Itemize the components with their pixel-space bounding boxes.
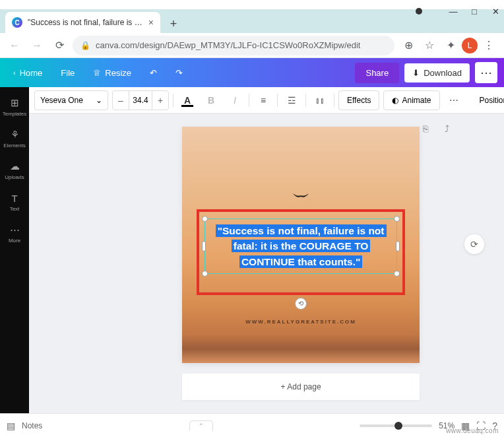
- sidebar-label: Elements: [3, 143, 25, 149]
- sidebar-item-more[interactable]: ⋯More: [0, 219, 29, 248]
- resize-handle[interactable]: [394, 271, 400, 277]
- italic-button[interactable]: I: [225, 90, 245, 110]
- font-size-increase[interactable]: +: [152, 95, 168, 106]
- profile-avatar[interactable]: L: [462, 38, 478, 53]
- bookmark-icon[interactable]: ☆: [420, 36, 439, 55]
- quote-line: CONTINUE that counts.": [239, 255, 362, 268]
- elements-icon: ⚘: [11, 129, 19, 141]
- url-text: canva.com/design/DAEwp_MTM3Y/LJLFo-IC1CS…: [96, 40, 360, 50]
- download-label: Download: [424, 68, 462, 78]
- sidebar-label: More: [9, 238, 20, 244]
- page-options-icon[interactable]: ⤴: [439, 121, 454, 136]
- recording-indicator: [416, 8, 422, 15]
- sidebar-label: Uploads: [5, 174, 24, 180]
- canva-top-bar: ‹Home File ♕Resize ↶ ↷ Share ⬇Download ⋯: [0, 58, 504, 87]
- resize-handle[interactable]: [394, 216, 400, 222]
- text-selection-box[interactable]: "Success is not final, failure is not fa…: [205, 218, 397, 274]
- bold-button[interactable]: B: [201, 90, 221, 110]
- effects-button[interactable]: Effects: [338, 90, 379, 110]
- font-size-stepper: – 34.4 +: [112, 90, 169, 110]
- notes-icon[interactable]: ▤: [7, 420, 15, 431]
- regenerate-button[interactable]: ⟳: [464, 234, 484, 254]
- canvas-area[interactable]: ⎘ ⤴ "Success is not fina: [29, 114, 504, 413]
- tab-title: "Success is not final, failure is not…: [28, 18, 143, 27]
- animate-label: Animate: [402, 96, 431, 105]
- bottom-bar: ▤ Notes ⌃ 51% ▦ ⛶ ?: [0, 413, 504, 437]
- text-toolbar: Yeseva One⌄ – 34.4 + A B I ≡ ☲ ⫾⫾ Effect…: [29, 87, 504, 114]
- font-size-value[interactable]: 34.4: [129, 91, 152, 110]
- resize-label: Resize: [105, 68, 131, 78]
- text-icon: T: [11, 193, 17, 204]
- browser-menu-icon[interactable]: ⋮: [479, 36, 499, 55]
- annotation-highlight: "Success is not final, failure is not fa…: [197, 209, 405, 295]
- uploads-icon: ☁: [10, 160, 20, 172]
- templates-icon: ⊞: [11, 97, 19, 109]
- sidebar-item-templates[interactable]: ⊞Templates: [0, 92, 29, 121]
- zoom-slider-thumb[interactable]: [394, 422, 402, 430]
- font-name: Yeseva One: [40, 96, 83, 105]
- home-button[interactable]: ‹Home: [7, 64, 49, 82]
- animate-button[interactable]: ◐Animate: [383, 90, 439, 110]
- spacing-button[interactable]: ⫾⫾: [310, 90, 330, 110]
- sidebar-label: Templates: [3, 111, 26, 117]
- browser-address-bar: ← → ⟳ 🔒 canva.com/design/DAEwp_MTM3Y/LJL…: [0, 33, 504, 58]
- quote-line: fatal: it is the COURAGE TO: [232, 240, 371, 252]
- sidebar-item-uploads[interactable]: ☁Uploads: [0, 156, 29, 185]
- extensions-icon[interactable]: ✦: [441, 36, 460, 55]
- chevron-down-icon: ⌄: [96, 96, 102, 105]
- duplicate-page-icon[interactable]: ⎘: [418, 121, 433, 136]
- rotate-handle[interactable]: ⟲: [295, 298, 307, 310]
- share-button[interactable]: Share: [355, 63, 399, 83]
- undo-button[interactable]: ↶: [143, 64, 164, 82]
- website-text[interactable]: WWW.REALLYGREATSITE.COM: [182, 319, 420, 325]
- window-maximize[interactable]: □: [470, 7, 479, 16]
- browser-tab[interactable]: C "Success is not final, failure is not……: [5, 12, 160, 33]
- download-icon: ⬇: [412, 68, 420, 78]
- sidebar-label: Text: [10, 206, 20, 212]
- design-page[interactable]: "Success is not final, failure is not fa…: [182, 127, 420, 363]
- watermark: www.deuaq.com: [446, 427, 499, 434]
- close-tab-icon[interactable]: ×: [148, 17, 154, 28]
- sidebar-item-text[interactable]: TText: [0, 187, 29, 217]
- back-button[interactable]: ←: [5, 36, 24, 55]
- quote-line: "Success is not final, failure is not: [216, 224, 387, 237]
- resize-handle[interactable]: [202, 241, 206, 252]
- window-minimize[interactable]: —: [449, 7, 458, 16]
- toolbar-more[interactable]: ⋯: [444, 90, 464, 110]
- expand-pages-icon[interactable]: ⌃: [189, 420, 213, 431]
- bird-graphic: [292, 190, 309, 204]
- url-field[interactable]: 🔒 canva.com/design/DAEwp_MTM3Y/LJLFo-IC1…: [73, 36, 394, 55]
- resize-button[interactable]: ♕Resize: [86, 64, 138, 82]
- forward-button[interactable]: →: [28, 36, 46, 55]
- new-tab-button[interactable]: +: [164, 15, 183, 33]
- text-color-button[interactable]: A: [177, 90, 197, 110]
- font-selector[interactable]: Yeseva One⌄: [34, 90, 108, 110]
- redo-button[interactable]: ↷: [169, 64, 189, 82]
- list-button[interactable]: ☲: [282, 90, 301, 110]
- resize-handle[interactable]: [202, 271, 208, 277]
- animate-icon: ◐: [392, 96, 398, 105]
- window-close[interactable]: ✕: [491, 7, 500, 16]
- canva-favicon: C: [12, 17, 22, 28]
- download-button[interactable]: ⬇Download: [404, 63, 470, 83]
- align-button[interactable]: ≡: [253, 90, 273, 110]
- zoom-slider[interactable]: [360, 424, 432, 427]
- more-icon: ⋯: [10, 224, 20, 236]
- zoom-icon[interactable]: ⊕: [398, 36, 418, 55]
- home-label: Home: [20, 68, 43, 78]
- font-size-decrease[interactable]: –: [113, 95, 129, 106]
- notes-button[interactable]: Notes: [22, 421, 42, 430]
- position-button[interactable]: Position: [472, 90, 505, 110]
- quote-text[interactable]: "Success is not final, failure is not fa…: [205, 219, 396, 273]
- resize-handle[interactable]: [396, 241, 400, 252]
- reload-button[interactable]: ⟳: [50, 36, 69, 55]
- left-sidebar: ⊞Templates ⚘Elements ☁Uploads TText ⋯Mor…: [0, 87, 29, 413]
- sidebar-item-elements[interactable]: ⚘Elements: [0, 124, 29, 153]
- lock-icon: 🔒: [80, 41, 90, 50]
- add-page-button[interactable]: + Add page: [182, 374, 420, 400]
- file-menu[interactable]: File: [54, 64, 81, 82]
- more-menu[interactable]: ⋯: [475, 62, 497, 83]
